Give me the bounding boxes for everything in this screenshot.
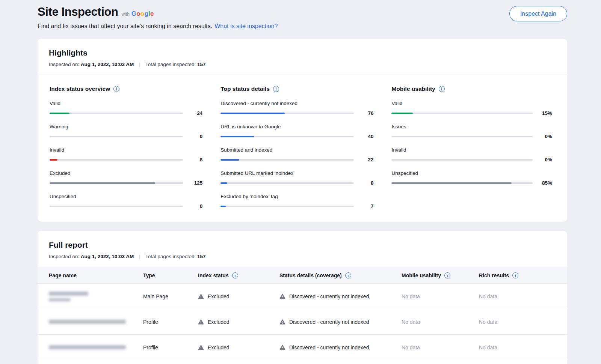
page-content: Site Inspection with Google Find and fix… [38,0,567,364]
info-icon[interactable] [113,86,119,92]
metric-submitted-noindex: Submitted URL marked ‘noindex’ 8 [220,170,373,186]
metric-label: URL is unknown to Google [220,124,373,129]
type-cell: Main Page [143,293,198,299]
with-label: with [121,12,129,17]
progress-track [50,206,183,207]
blurred-text-line [49,292,88,296]
highlights-card: Highlights Inspected on: Aug 1, 2022, 10… [38,39,567,222]
metric-label: Warning [50,124,202,129]
metric-label: Submitted and indexed [220,147,373,153]
info-icon[interactable] [273,86,279,92]
mobile-usability-cell: No data [402,319,479,325]
metric-unspecified: Unspecified 0 [50,194,202,209]
metric-label: Valid [50,101,202,106]
metric-url-unknown: URL is unknown to Google 40 [220,124,373,139]
total-pages-label: Total pages inspected: [145,254,196,259]
what-is-site-inspection-link[interactable]: What is site inspection? [214,23,278,29]
info-icon[interactable] [444,272,450,278]
metric-value: 76 [354,110,373,116]
info-icon[interactable] [345,272,351,278]
blurred-page-name [49,292,143,301]
warning-icon [198,344,204,350]
table-row[interactable]: Profile Excluded Discovered - currently … [38,335,567,360]
status-text: Excluded [208,319,230,325]
table-header: Page name Type Index status Status detai… [38,267,567,284]
progress-track [220,113,354,114]
metric-label: Invalid [50,147,202,153]
index-status-cell: Excluded [198,319,279,325]
info-icon[interactable] [439,86,445,92]
type-cell: Profile [143,319,198,325]
info-icon[interactable] [232,272,238,278]
progress-fill [220,159,239,161]
progress-fill [50,113,69,114]
table-row[interactable]: Main Page Excluded Discovered - currentl… [38,284,567,309]
progress-fill [50,182,155,184]
blurred-text-line [49,320,126,324]
highlights-title: Highlights [49,48,556,57]
table-header-type: Type [143,272,198,278]
status-details-cell: Discovered - currently not indexed [279,319,402,325]
mobile-usability-column: Mobile usability Valid 15% Issues 0% [391,86,552,211]
info-icon[interactable] [512,272,518,278]
metric-invalid: Invalid 8 [50,147,202,162]
metric-warning: Warning 0 [50,124,202,139]
rich-results-cell: No data [479,344,567,350]
status-details-cell: Discovered - currently not indexed [279,293,402,299]
progress-track [50,182,183,184]
header-left: Site Inspection with Google Find and fix… [38,5,278,30]
index-status-cell: Excluded [198,293,279,299]
metric-label: Valid [391,101,552,106]
metric-value: 0 [183,134,202,139]
progress-track [220,159,354,161]
inspect-again-button[interactable]: Inspect Again [509,6,567,21]
warning-icon [279,293,285,299]
full-report-title: Full report [49,241,556,250]
table-header-index-status: Index status [198,272,279,278]
total-pages-value: 157 [197,62,206,67]
progress-fill [50,159,57,161]
metric-label: Discovered - currently not indexed [220,101,373,106]
page-subtitle: Find and fix issues that affect your sit… [38,23,278,30]
progress-track [391,182,533,184]
metric-label: Invalid [391,147,552,153]
inspected-on-value: Aug 1, 2022, 10:03 AM [81,254,134,259]
table-header-mobile-usability: Mobile usability [402,272,479,278]
warning-icon [279,319,285,325]
meta-separator: | [139,254,140,259]
google-letter: G [131,10,136,17]
progress-fill [220,113,285,114]
metric-valid: Valid 24 [50,101,202,116]
table-row[interactable]: Product Invalid Submitted, marked ‘noind… [38,360,567,364]
blurred-text-line [49,345,126,349]
mobile-usability-cell: No data [402,344,479,350]
table-header-page-name: Page name [49,272,143,278]
meta-separator: | [139,62,140,67]
metric-value: 40 [354,134,373,139]
metric-value: 125 [183,180,202,186]
google-letter: g [144,10,148,17]
progress-track [220,206,354,207]
metric-label: Submitted URL marked ‘noindex’ [220,170,373,176]
column-title: Top status details [220,86,270,92]
subtitle-text: Find and fix issues that affect your sit… [38,23,212,29]
total-pages-value: 157 [197,254,206,259]
metric-value: 15% [533,110,552,116]
total-pages-label: Total pages inspected: [145,62,196,67]
metric-label: Issues [391,124,552,129]
table-row[interactable]: Profile Excluded Discovered - currently … [38,309,567,335]
progress-fill [220,206,226,207]
mobile-usability-cell: No data [402,293,479,299]
warning-icon [198,319,204,325]
metric-issues: Issues 0% [391,124,552,139]
metric-value: 22 [354,157,373,162]
metric-invalid: Invalid 0% [391,147,552,162]
progress-fill [220,136,254,137]
google-logo: Google [131,10,154,18]
metric-excluded-noindex: Excluded by ‘noindex’ tag 7 [220,194,373,209]
metric-value: 0% [533,157,552,162]
status-text: Excluded [208,344,230,350]
highlights-columns: Index status overview Valid 24 Warning 0 [38,75,567,222]
top-status-details-column: Top status details Discovered - currentl… [220,86,373,211]
blurred-text-line [49,298,71,301]
